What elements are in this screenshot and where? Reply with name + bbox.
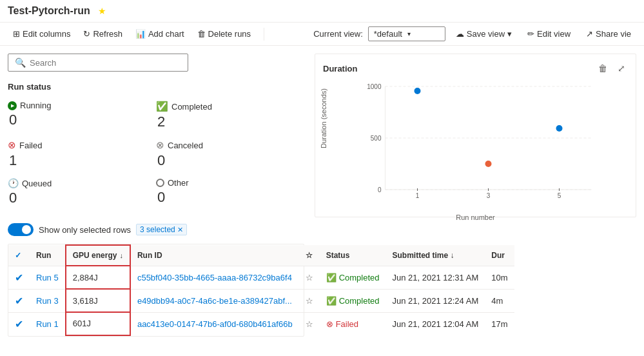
refresh-label: Refresh	[93, 29, 122, 39]
other-label: Other	[156, 178, 304, 188]
status-grid: Running 0 ✅ Completed 2 ⊗ Failed	[8, 98, 304, 213]
row-star-icon[interactable]: ☆	[306, 319, 313, 329]
check-all-icon[interactable]: ✓	[15, 251, 21, 260]
canceled-label: ⊗ Canceled	[156, 139, 304, 151]
chart-expand-button[interactable]: ⤢	[615, 62, 628, 75]
other-icon	[156, 179, 164, 187]
col-gpu-header[interactable]: GPU energy ↓	[66, 245, 130, 266]
run-id-cell: c55bf040-35bb-4665-aaaa-86732c9ba6f4	[130, 266, 299, 289]
run-id-cell: e49dbb94-a0c7-4a6c-be1e-a389427abf...	[130, 289, 299, 312]
badge-clear-icon[interactable]: ✕	[177, 226, 183, 234]
gpu-energy-cell: 601J	[66, 312, 130, 335]
edit-columns-icon: ⊞	[13, 29, 20, 39]
data-table-container: ✓ Run GPU energy ↓ Run ID	[8, 244, 304, 337]
toolbar-right: Current view: *default ▾ ☁ Save view ▾ ✏…	[313, 26, 636, 41]
chart-point-1	[415, 88, 421, 94]
edit-columns-button[interactable]: ⊞ Edit columns	[8, 26, 75, 41]
canceled-count: 0	[156, 152, 304, 169]
run-link[interactable]: Run 5	[36, 273, 59, 282]
chart-x-label: Run number	[323, 213, 628, 221]
favorite-star-icon[interactable]: ★	[98, 6, 106, 16]
chart-y-label: Duration (seconds)	[320, 88, 327, 148]
run-status-section: Run status Running 0 ✅ Completed 2	[8, 82, 304, 213]
failed-icon: ⊗	[8, 139, 16, 151]
chart-svg: 0 500 1000 1 3 5	[323, 80, 628, 209]
failed-status: ⊗ Failed 1	[8, 137, 156, 175]
page-header: Test-Pytorch-run ★	[0, 0, 644, 23]
chart-point-3	[556, 125, 563, 132]
chart-delete-button[interactable]: 🗑	[596, 62, 610, 75]
row-checkbox-cell: ✔	[8, 266, 30, 289]
chart-area: Duration (seconds) 0 500 1000	[323, 80, 628, 209]
search-box[interactable]: 🔍	[8, 54, 188, 72]
add-chart-button[interactable]: 📊 Add chart	[130, 26, 190, 41]
save-view-icon: ☁	[456, 29, 464, 39]
other-status: Other 0	[156, 175, 304, 213]
queued-count: 0	[8, 190, 156, 206]
row-star-icon[interactable]: ☆	[306, 296, 313, 306]
row-check-icon[interactable]: ✔	[15, 319, 23, 330]
row-check-icon[interactable]: ✔	[15, 272, 23, 283]
run-name-cell: Run 3	[30, 289, 66, 312]
save-view-chevron-icon: ▾	[507, 29, 512, 39]
gpu-energy-cell: 2,884J	[66, 266, 130, 289]
svg-text:3: 3	[487, 192, 491, 199]
svg-text:0: 0	[378, 186, 382, 193]
run-status-title: Run status	[8, 82, 304, 92]
col-runid-header[interactable]: Run ID	[130, 245, 299, 266]
view-dropdown[interactable]: *default ▾	[368, 26, 445, 41]
search-input[interactable]	[30, 58, 181, 68]
run-name-cell: Run 5	[30, 266, 66, 289]
toggle-label: Show only selected rows	[39, 225, 131, 235]
col-check-header[interactable]: ✓	[8, 245, 30, 266]
col-run-header[interactable]: Run	[30, 245, 66, 266]
refresh-icon: ↻	[83, 29, 90, 39]
current-view-label: Current view:	[313, 29, 363, 39]
running-label: Running	[8, 101, 156, 110]
svg-text:5: 5	[558, 192, 561, 199]
chart-container: Duration 🗑 ⤢ Duration (seconds)	[315, 54, 636, 217]
run-link[interactable]: Run 1	[36, 319, 59, 329]
running-count: 0	[8, 112, 156, 128]
row-check-icon[interactable]: ✔	[15, 295, 23, 306]
delete-runs-label: Delete runs	[208, 29, 251, 39]
show-selected-toggle[interactable]	[8, 223, 34, 236]
svg-text:1: 1	[416, 192, 420, 199]
edit-view-label: Edit view	[537, 29, 571, 39]
toolbar: ⊞ Edit columns ↻ Refresh 📊 Add chart 🗑 D…	[0, 23, 644, 46]
edit-view-button[interactable]: ✏ Edit view	[522, 26, 576, 41]
row-star-icon[interactable]: ☆	[306, 273, 313, 282]
completed-count: 2	[156, 114, 304, 130]
run-id-link[interactable]: aac413e0-0147-47b6-af0d-680b461af66b	[137, 319, 293, 329]
row-checkbox-cell: ✔	[8, 289, 30, 312]
run-id-cell: aac413e0-0147-47b6-af0d-680b461af66b	[130, 312, 299, 335]
save-view-label: Save view	[467, 29, 505, 39]
failed-label: ⊗ Failed	[8, 139, 156, 151]
right-panel: Duration 🗑 ⤢ Duration (seconds)	[315, 54, 636, 337]
add-chart-icon: 📊	[135, 29, 146, 39]
running-status: Running 0	[8, 98, 156, 137]
run-id-link[interactable]: e49dbb94-a0c7-4a6c-be1e-a389427abf...	[137, 296, 292, 306]
run-link[interactable]: Run 3	[36, 296, 59, 306]
search-icon: 🔍	[15, 57, 26, 68]
left-panel: 🔍 Run status Running 0 ✅ Completed	[8, 54, 304, 337]
main-content: 🔍 Run status Running 0 ✅ Completed	[0, 46, 644, 344]
queued-label: 🕐 Queued	[8, 178, 156, 188]
queued-status: 🕐 Queued 0	[8, 175, 156, 213]
chevron-down-icon: ▾	[407, 30, 411, 37]
chart-actions: 🗑 ⤢	[596, 62, 628, 75]
delete-runs-icon: 🗑	[197, 29, 206, 39]
delete-runs-button[interactable]: 🗑 Delete runs	[192, 26, 256, 41]
share-view-button[interactable]: ↗ Share vie	[581, 26, 636, 41]
canceled-icon: ⊗	[156, 139, 164, 151]
refresh-button[interactable]: ↻ Refresh	[78, 26, 128, 41]
chart-title: Duration	[323, 64, 357, 74]
toggle-row: Show only selected rows 3 selected ✕	[8, 223, 304, 236]
running-icon	[8, 101, 17, 110]
share-view-icon: ↗	[586, 29, 593, 39]
failed-count: 1	[8, 152, 156, 169]
page-title: Test-Pytorch-run	[8, 5, 90, 17]
save-view-button[interactable]: ☁ Save view ▾	[451, 26, 517, 41]
run-id-link[interactable]: c55bf040-35bb-4665-aaaa-86732c9ba6f4	[137, 273, 292, 282]
run-name-cell: Run 1	[30, 312, 66, 335]
